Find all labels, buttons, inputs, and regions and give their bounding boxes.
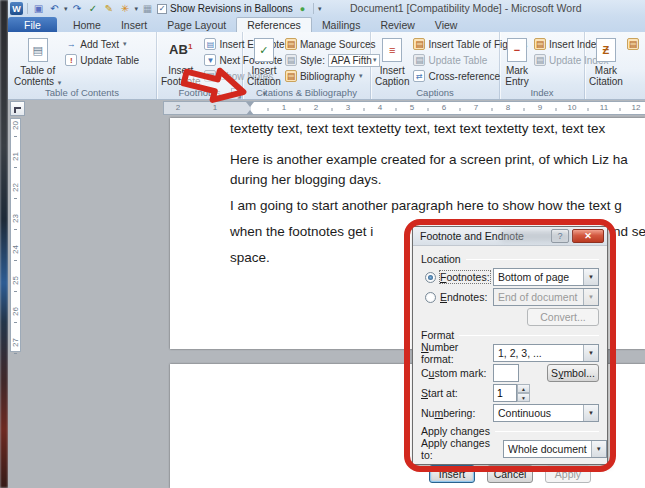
chevron-down-icon[interactable]: ▼ <box>583 345 598 361</box>
partial-icon: ▤ <box>627 38 639 50</box>
endnotes-location-combobox: End of document ▼ <box>493 288 599 306</box>
ruler-tick <box>460 108 461 111</box>
toc-label: Table of <box>20 65 55 76</box>
table-tool-icon[interactable]: ▦ <box>141 2 154 15</box>
chevron-down-icon[interactable]: ▼ <box>583 269 598 285</box>
group-index: − MarkEntry ▤ Insert Index ▤ Update Inde… <box>500 32 585 99</box>
apply-changes-to-label: Apply changes to: <box>421 437 503 461</box>
customize-qat-icon[interactable]: ▾ <box>318 5 322 13</box>
numbering-combobox[interactable]: Continuous ▼ <box>493 404 599 422</box>
ruler-tick <box>620 108 621 111</box>
word-logo-icon[interactable]: W <box>10 2 23 15</box>
insert-caption-button[interactable]: ≡ InsertCaption <box>373 35 411 89</box>
update-table-button[interactable]: ! Update Table <box>63 53 141 67</box>
apply-changes-to-combobox[interactable]: Whole document ▼ <box>503 440 607 458</box>
ruler-number: 24 <box>11 245 20 254</box>
spin-down-icon[interactable]: ▼ <box>517 393 530 402</box>
start-at-label: Start at: <box>421 387 493 399</box>
cancel-button[interactable]: Cancel <box>487 465 533 483</box>
quick-access-toolbar: W ▣ ↶ ▾ ↷ ✓ ✎ ✳ ▾ ▦ ✓ Show Revisions in … <box>10 1 321 16</box>
titlebar-glass-blur <box>501 231 571 241</box>
footnotes-radio[interactable] <box>425 272 436 283</box>
spelling-icon[interactable]: ✓ <box>87 2 100 15</box>
ruler-tick <box>14 167 17 168</box>
footnotes-radio-label[interactable]: Footnotes: <box>440 271 490 283</box>
endnotes-radio-label[interactable]: Endnotes: <box>440 291 487 303</box>
close-icon[interactable]: ✕ <box>572 229 604 243</box>
ruler-number: 22 <box>11 183 20 192</box>
quick-command-dropdown-icon[interactable]: ▾ <box>135 5 139 13</box>
tab-insert[interactable]: Insert <box>111 17 157 32</box>
undo-dropdown-icon[interactable]: ▾ <box>64 5 68 13</box>
cross-reference-icon: ⇄ <box>413 70 425 82</box>
ruler-number: 2 <box>314 103 318 112</box>
ruler-tick <box>14 198 17 199</box>
insert-button[interactable]: Insert <box>429 465 475 483</box>
manage-sources-button[interactable]: ▤ Manage Sources <box>283 37 382 51</box>
bibliography-button[interactable]: ▤ Bibliography ▾ <box>283 69 382 83</box>
document-text-line[interactable]: during her blogging days. <box>230 172 382 187</box>
group-label: Captions <box>371 87 499 98</box>
chevron-down-icon[interactable]: ▼ <box>583 405 598 421</box>
start-at-spinner[interactable]: ▲ ▼ <box>493 384 530 402</box>
footnotes-location-combobox[interactable]: Bottom of page ▼ <box>493 268 599 286</box>
endnotes-radio[interactable] <box>425 292 436 303</box>
insert-citation-icon: ✓ <box>251 37 277 63</box>
ruler-number: 7 <box>474 103 478 112</box>
undo-icon[interactable]: ↶ <box>48 2 61 15</box>
pen-icon[interactable]: ✎ <box>103 2 116 15</box>
add-text-button[interactable]: → Add Text ▾ <box>63 37 141 51</box>
ribbon: ▤ Table of Contents ▾ → Add Text ▾ ! Upd… <box>8 32 645 100</box>
vertical-ruler[interactable]: 2021222324252627 <box>10 118 21 352</box>
tab-stop-selector[interactable] <box>10 101 25 116</box>
ruler-number: 5 <box>410 103 414 112</box>
ruler-number: 25 <box>11 276 20 285</box>
document-text-line[interactable]: Here is another example created for a sc… <box>230 152 628 167</box>
redo-icon[interactable]: ↷ <box>71 2 84 15</box>
ruler-number: 8 <box>506 103 510 112</box>
balloons-toggle[interactable]: ✓ Show Revisions in Balloons <box>157 3 293 14</box>
chevron-down-icon[interactable]: ▼ <box>591 441 606 457</box>
footnote-endnote-dialog: Footnote and Endnote ? ✕ Location Footno… <box>412 226 608 465</box>
tab-review[interactable]: Review <box>370 17 424 32</box>
ruler-number: 1 <box>282 103 286 112</box>
number-format-combobox[interactable]: 1, 2, 3, ... ▼ <box>493 344 599 362</box>
tab-home[interactable]: Home <box>63 17 111 32</box>
document-text-line[interactable]: textetty text, text text textetty text, … <box>230 121 605 136</box>
document-text-line[interactable]: I am going to start another paragraph he… <box>230 198 622 213</box>
tab-file[interactable]: File <box>8 17 57 32</box>
status-circle-icon: ● <box>296 2 309 15</box>
insert-index-icon: ▤ <box>534 38 546 50</box>
start-at-input[interactable] <box>493 384 517 402</box>
ruler-number: 2 <box>176 103 180 112</box>
save-icon[interactable]: ▣ <box>32 2 45 15</box>
indent-markers[interactable] <box>246 102 255 115</box>
quick-command-icon[interactable]: ✳ <box>119 2 132 15</box>
mark-citation-icon: Ƶ <box>593 37 619 63</box>
insert-endnote-icon: ▤ <box>204 38 216 50</box>
symbol-button[interactable]: Symbol... <box>547 364 599 382</box>
mark-entry-button[interactable]: − MarkEntry <box>502 35 532 89</box>
ruler-tick <box>14 322 17 323</box>
ruler-tick <box>364 108 365 111</box>
update-table-icon: ! <box>65 54 77 66</box>
tab-view[interactable]: View <box>425 17 468 32</box>
mark-citation-button[interactable]: Ƶ MarkCitation <box>587 35 625 89</box>
separator <box>313 3 314 14</box>
ruler-number: 21 <box>11 152 20 161</box>
dialog-title-bar[interactable]: Footnote and Endnote ? ✕ <box>413 227 607 246</box>
tab-mailings[interactable]: Mailings <box>312 17 371 32</box>
convert-button: Convert... <box>527 308 599 326</box>
spin-up-icon[interactable]: ▲ <box>517 384 530 393</box>
insert-table-of-figures-icon: ▤ <box>413 38 425 50</box>
group-captions: ≡ InsertCaption ▤ Insert Table of Figure… <box>371 32 500 99</box>
tab-references[interactable]: References <box>236 17 312 32</box>
table-of-contents-button[interactable]: ▤ Table of Contents ▾ <box>12 35 63 90</box>
ruler-number: 12 <box>632 103 641 112</box>
tab-page-layout[interactable]: Page Layout <box>157 17 236 32</box>
balloons-checkbox[interactable]: ✓ <box>157 4 167 14</box>
custom-mark-input[interactable] <box>493 364 519 382</box>
document-text-line[interactable]: when the footnotes get i <box>230 224 373 239</box>
document-text-line[interactable]: space. <box>230 250 270 265</box>
word-window: W ▣ ↶ ▾ ↷ ✓ ✎ ✳ ▾ ▦ ✓ Show Revisions in … <box>8 0 645 488</box>
